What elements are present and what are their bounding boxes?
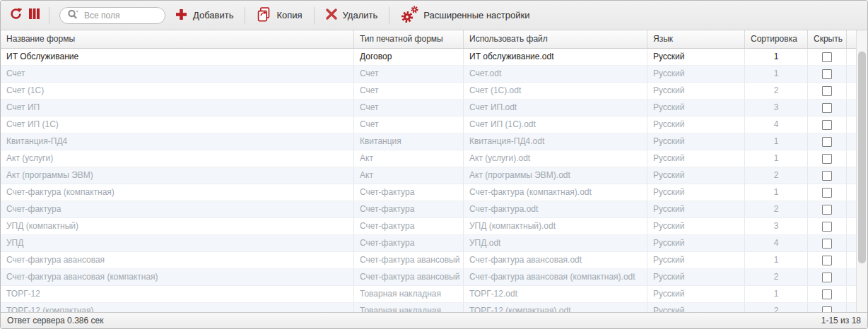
cell-sort-order: 2 [745,269,808,285]
refresh-button[interactable] [6,6,25,25]
hide-checkbox[interactable] [822,289,832,299]
cell-sort-order: 4 [745,235,808,251]
hide-checkbox[interactable] [822,222,832,232]
advanced-settings-button[interactable]: Расширенные настройки [395,5,535,26]
table-row[interactable]: Счет-фактура Счет-фактура Счет-фактура.o… [1,201,856,218]
table-row[interactable]: Квитанция-ПД4 Квитанция Квитанция-ПД4.od… [1,133,856,150]
search-box[interactable] [59,7,165,24]
hide-checkbox[interactable] [822,69,832,79]
hide-checkbox[interactable] [822,256,832,265]
toolbar-separator [245,7,245,24]
cell-form-type: Акт [354,167,464,184]
cell-hide [808,116,847,133]
table-row[interactable]: УПД Счет-фактура УПД.odt Русский 4 [1,235,856,252]
table-row[interactable]: Счет-фактура авансовая Счет-фактура аван… [1,252,856,269]
cell-language: Русский [647,269,745,285]
cell-file: УПД (компактный).odt [464,218,647,234]
columns-button[interactable] [25,6,43,25]
cell-language: Русский [647,116,745,133]
delete-button[interactable]: Удалить [320,6,384,25]
table-row[interactable]: Счет Счет Счет.odt Русский 1 [1,66,856,83]
cell-sort-order: 4 [745,116,808,133]
cell-file: УПД.odt [464,235,647,251]
hide-checkbox[interactable] [822,306,832,313]
table-row[interactable]: Счет-фактура авансовая (компактная) Счет… [1,269,856,286]
cell-language: Русский [647,184,745,201]
cell-file: Счет-фактура (компактная).odt [464,184,647,201]
cell-language: Русский [647,49,745,65]
cell-filler [847,184,856,201]
cell-filler [847,116,856,133]
table-row[interactable]: Акт (услуги) Акт Акт (услуги).odt Русски… [1,150,856,167]
vertical-scrollbar[interactable] [856,30,867,312]
toolbar-separator [314,7,315,24]
server-response-time: Ответ сервера 0.386 сек [7,316,103,325]
cell-file: ТОРГ-12 (компактная).odt [464,303,647,312]
cell-sort-order: 2 [745,201,808,217]
cell-language: Русский [647,167,745,184]
cell-form-type: Квитанция [354,133,464,150]
column-header-hide[interactable]: Скрыть [808,30,847,48]
column-header-name[interactable]: Название формы [1,30,354,48]
cell-hide [808,184,847,201]
column-header-lang[interactable]: Язык [647,30,745,48]
hide-checkbox[interactable] [822,154,832,164]
table-row[interactable]: Счет ИП (1С) Счет Счет ИП (1С).odt Русск… [1,116,856,133]
cell-form-name: Счет [1,66,354,82]
hide-checkbox[interactable] [822,86,832,96]
copy-button-label: Копия [276,10,302,20]
cell-hide [808,218,847,234]
cell-sort-order: 1 [745,133,808,150]
table-row[interactable]: Акт (программы ЭВМ) Акт Акт (программы Э… [1,167,856,184]
column-header-file[interactable]: Использовать файл [464,30,647,48]
cell-form-name: Акт (услуги) [1,150,354,167]
hide-checkbox[interactable] [822,120,832,130]
table-row[interactable]: Счет (1С) Счет Счет (1С).odt Русский 2 [1,83,856,100]
cell-sort-order: 2 [745,83,808,99]
cell-hide [808,303,847,312]
cell-sort-order: 1 [745,286,808,302]
hide-checkbox[interactable] [822,103,832,113]
column-header-sort[interactable]: Сортировка [745,30,808,48]
table-row[interactable]: Счет ИП Счет Счет ИП.odt Русский 3 [1,100,856,116]
cell-filler [847,252,856,268]
cell-hide [808,150,847,167]
scrollbar-thumb[interactable] [858,52,866,263]
cell-file: Счет (1С).odt [464,83,647,99]
hide-checkbox[interactable] [822,171,832,181]
cell-file: Счет-фактура авансовая.odt [464,252,647,268]
table-row[interactable]: Счет-фактура (компактная) Счет-фактура С… [1,184,856,201]
cell-form-type: Счет [354,66,464,82]
hide-checkbox[interactable] [822,239,832,249]
cell-language: Русский [647,201,745,217]
hide-checkbox[interactable] [822,52,832,62]
cell-filler [847,235,856,251]
hide-checkbox[interactable] [822,137,832,147]
cell-form-name: Квитанция-ПД4 [1,133,354,150]
status-bar: Ответ сервера 0.386 сек 1-15 из 18 [1,312,867,328]
cell-hide [808,167,847,184]
search-input[interactable] [83,10,158,21]
cell-form-name: Счет (1С) [1,83,354,99]
cell-language: Русский [647,66,745,82]
cell-language: Русский [647,218,745,234]
table-row[interactable]: ТОРГ-12 Товарная накладная ТОРГ-12.odt Р… [1,286,856,303]
cell-filler [847,303,856,312]
cell-form-type: Договор [354,49,464,65]
copy-button[interactable]: Копия [251,4,307,27]
hide-checkbox[interactable] [822,205,832,215]
cell-file: Квитанция-ПД4.odt [464,133,647,150]
column-header-type[interactable]: Тип печатной формы [354,30,464,48]
table-row[interactable]: ИТ Обслуживание Договор ИТ обслуживание.… [1,49,856,66]
hide-checkbox[interactable] [822,273,832,282]
hide-checkbox[interactable] [822,188,832,198]
print-forms-window: Добавить Копия Удалить [0,0,868,329]
table-row[interactable]: ТОРГ-12 (компактная) Товарная накладная … [1,303,856,312]
cell-sort-order: 1 [745,66,808,82]
pagination-range: 1-15 из 18 [821,316,861,325]
cell-form-name: ТОРГ-12 [1,286,354,302]
cell-language: Русский [647,100,745,116]
table-row[interactable]: УПД (компактный) Счет-фактура УПД (компа… [1,218,856,235]
cell-form-type: Счет-фактура авансовый [354,269,464,285]
add-button[interactable]: Добавить [170,6,239,25]
